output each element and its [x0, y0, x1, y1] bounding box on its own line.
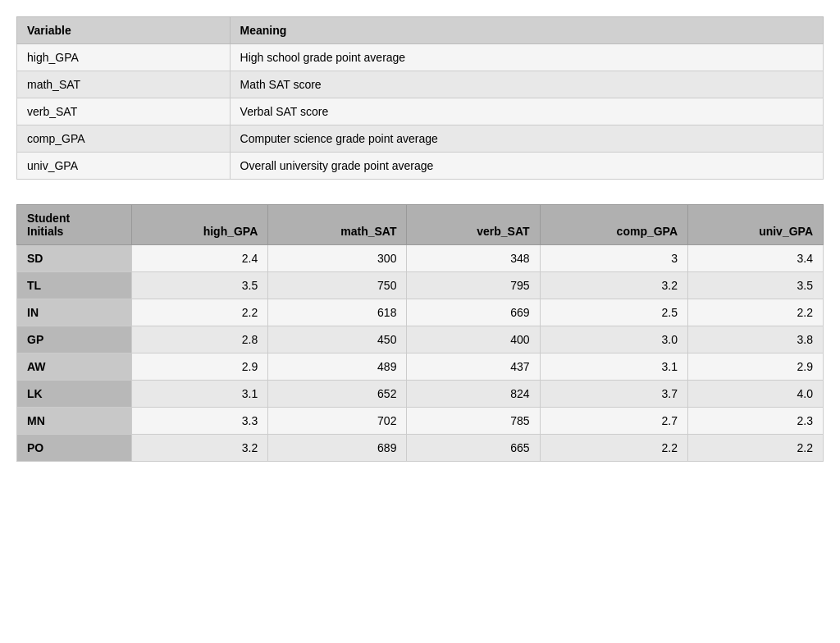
data-cell-univ_GPA: 2.2	[688, 299, 824, 326]
variable-name: univ_GPA	[17, 153, 231, 180]
data-table-row: AW2.94894373.12.9	[17, 353, 824, 381]
data-cell-univ_GPA: 2.3	[688, 408, 824, 435]
data-cell-high_GPA: 3.1	[131, 381, 267, 408]
var-table-row: univ_GPAOverall university grade point a…	[17, 153, 824, 180]
data-cell-univ_GPA: 3.5	[688, 272, 824, 299]
data-cell-comp_GPA: 3.2	[540, 272, 687, 299]
data-cell-initials: PO	[17, 435, 132, 462]
student-data-table: StudentInitialshigh_GPAmath_SATverb_SATc…	[16, 204, 824, 462]
data-cell-univ_GPA: 4.0	[688, 381, 824, 408]
variable-meaning: Overall university grade point average	[230, 153, 823, 180]
data-cell-comp_GPA: 2.2	[540, 435, 687, 462]
data-cell-initials: AW	[17, 353, 132, 381]
data-cell-initials: IN	[17, 299, 132, 326]
data-cell-verb_SAT: 437	[407, 353, 540, 381]
variable-name: comp_GPA	[17, 125, 231, 153]
data-cell-comp_GPA: 2.5	[540, 299, 687, 326]
data-cell-univ_GPA: 2.2	[688, 435, 824, 462]
data-cell-high_GPA: 3.5	[131, 272, 267, 299]
data-header-initials: StudentInitials	[17, 205, 132, 245]
data-cell-verb_SAT: 348	[407, 245, 540, 272]
data-cell-verb_SAT: 824	[407, 381, 540, 408]
data-cell-verb_SAT: 400	[407, 326, 540, 353]
data-cell-high_GPA: 2.8	[131, 326, 267, 353]
data-cell-verb_SAT: 669	[407, 299, 540, 326]
data-table-row: GP2.84504003.03.8	[17, 326, 824, 353]
data-cell-math_SAT: 450	[268, 326, 407, 353]
data-cell-comp_GPA: 2.7	[540, 408, 687, 435]
data-table-row: SD2.430034833.4	[17, 245, 824, 272]
data-cell-comp_GPA: 3.1	[540, 353, 687, 381]
data-cell-univ_GPA: 2.9	[688, 353, 824, 381]
variable-meaning-table: Variable Meaning high_GPAHigh school gra…	[16, 16, 824, 180]
data-cell-comp_GPA: 3	[540, 245, 687, 272]
data-cell-high_GPA: 2.2	[131, 299, 267, 326]
data-table-row: IN2.26186692.52.2	[17, 299, 824, 326]
data-cell-math_SAT: 300	[268, 245, 407, 272]
data-cell-initials: MN	[17, 408, 132, 435]
data-cell-initials: TL	[17, 272, 132, 299]
data-table-row: TL3.57507953.23.5	[17, 272, 824, 299]
var-table-row: math_SATMath SAT score	[17, 71, 824, 98]
variable-meaning: High school grade point average	[230, 44, 823, 71]
data-cell-math_SAT: 702	[268, 408, 407, 435]
variable-meaning: Verbal SAT score	[230, 98, 823, 125]
var-table-row: verb_SATVerbal SAT score	[17, 98, 824, 125]
data-header-comp_GPA: comp_GPA	[540, 205, 687, 245]
data-cell-initials: SD	[17, 245, 132, 272]
data-header-univ_GPA: univ_GPA	[688, 205, 824, 245]
var-table-row: high_GPAHigh school grade point average	[17, 44, 824, 71]
var-table-row: comp_GPAComputer science grade point ave…	[17, 125, 824, 153]
data-cell-verb_SAT: 785	[407, 408, 540, 435]
data-table-row: LK3.16528243.74.0	[17, 381, 824, 408]
data-cell-high_GPA: 3.3	[131, 408, 267, 435]
data-cell-verb_SAT: 795	[407, 272, 540, 299]
variable-meaning: Math SAT score	[230, 71, 823, 98]
variable-name: verb_SAT	[17, 98, 231, 125]
data-header-verb_SAT: verb_SAT	[407, 205, 540, 245]
data-cell-initials: LK	[17, 381, 132, 408]
data-cell-verb_SAT: 665	[407, 435, 540, 462]
data-cell-math_SAT: 689	[268, 435, 407, 462]
data-header-math_SAT: math_SAT	[268, 205, 407, 245]
data-cell-high_GPA: 3.2	[131, 435, 267, 462]
data-header-high_GPA: high_GPA	[131, 205, 267, 245]
data-cell-comp_GPA: 3.0	[540, 326, 687, 353]
data-cell-math_SAT: 618	[268, 299, 407, 326]
data-cell-initials: GP	[17, 326, 132, 353]
data-cell-univ_GPA: 3.4	[688, 245, 824, 272]
page-container: Variable Meaning high_GPAHigh school gra…	[16, 16, 824, 462]
data-cell-high_GPA: 2.9	[131, 353, 267, 381]
data-cell-math_SAT: 750	[268, 272, 407, 299]
data-cell-math_SAT: 489	[268, 353, 407, 381]
data-cell-univ_GPA: 3.8	[688, 326, 824, 353]
data-table-row: MN3.37027852.72.3	[17, 408, 824, 435]
variable-name: high_GPA	[17, 44, 231, 71]
variable-name: math_SAT	[17, 71, 231, 98]
data-table-row: PO3.26896652.22.2	[17, 435, 824, 462]
data-cell-high_GPA: 2.4	[131, 245, 267, 272]
var-header-meaning: Meaning	[230, 17, 823, 44]
data-cell-math_SAT: 652	[268, 381, 407, 408]
data-cell-comp_GPA: 3.7	[540, 381, 687, 408]
var-header-variable: Variable	[17, 17, 231, 44]
variable-meaning: Computer science grade point average	[230, 125, 823, 153]
